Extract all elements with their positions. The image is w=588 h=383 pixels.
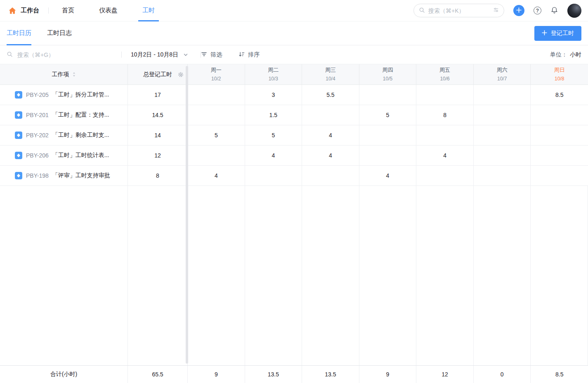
total-hours-cell: 17 bbox=[128, 85, 188, 105]
nav-item-worktime[interactable]: 工时 bbox=[138, 0, 159, 21]
day-cell[interactable] bbox=[302, 105, 359, 125]
workspace-switcher[interactable]: 工作台 bbox=[8, 7, 39, 15]
table-row[interactable]: PBY-202 「工时」剩余工时支... 14 5 5 4 bbox=[0, 125, 588, 146]
sort-arrows-icon bbox=[72, 72, 76, 77]
day-cell[interactable]: 4 bbox=[245, 146, 302, 165]
nav-item-home[interactable]: 首页 bbox=[58, 0, 78, 21]
create-button[interactable] bbox=[513, 5, 524, 16]
day-cell[interactable] bbox=[474, 85, 531, 105]
day-cell[interactable] bbox=[245, 166, 302, 186]
frozen-pane-scrollbar[interactable] bbox=[186, 66, 188, 364]
tab-worktime-calendar[interactable]: 工时日历 bbox=[7, 21, 31, 45]
work-item-icon bbox=[15, 91, 22, 99]
column-header-tuesday[interactable]: 周二10/3 bbox=[245, 64, 302, 85]
footer-total: 65.5 bbox=[128, 366, 188, 383]
work-item-icon bbox=[15, 132, 22, 139]
table-header-row: 工作项 总登记工时 周一10/2 周二10/3 周三10/4 周四10/5 周五… bbox=[0, 64, 588, 85]
global-search-field[interactable] bbox=[428, 7, 490, 14]
avatar[interactable] bbox=[567, 4, 581, 18]
table-search-field[interactable] bbox=[17, 52, 121, 58]
chevron-down-icon bbox=[183, 52, 188, 57]
total-hours-cell: 14.5 bbox=[128, 105, 188, 125]
total-hours-cell: 14 bbox=[128, 125, 188, 145]
global-search-input[interactable] bbox=[413, 4, 504, 17]
app-window: 工作台 首页 仪表盘 工时 ? bbox=[0, 0, 588, 383]
day-cell[interactable] bbox=[188, 105, 245, 125]
work-item-cell[interactable]: PBY-202 「工时」剩余工时支... bbox=[0, 125, 128, 145]
table-search-input[interactable] bbox=[7, 51, 121, 59]
search-icon bbox=[419, 7, 425, 14]
day-cell[interactable] bbox=[531, 166, 588, 186]
unit-value[interactable]: 小时 bbox=[570, 51, 581, 59]
work-item-cell[interactable]: PBY-206 「工时」工时统计表... bbox=[0, 146, 128, 165]
work-item-title: 「工时」拆分工时管... bbox=[52, 91, 109, 99]
footer-day-total: 0 bbox=[474, 366, 531, 383]
day-cell[interactable] bbox=[359, 85, 417, 105]
work-item-cell[interactable]: PBY-201 「工时」配置：支持... bbox=[0, 105, 128, 125]
plus-icon bbox=[516, 7, 522, 14]
tab-worktime-log[interactable]: 工时日志 bbox=[47, 21, 72, 45]
day-cell[interactable] bbox=[416, 85, 474, 105]
day-cell[interactable] bbox=[474, 146, 531, 165]
day-cell[interactable]: 5 bbox=[245, 125, 302, 145]
workspace-label: 工作台 bbox=[21, 7, 39, 14]
day-cell[interactable] bbox=[416, 125, 474, 145]
column-header-sunday-today[interactable]: 周日10/8 bbox=[531, 64, 588, 85]
day-cell[interactable] bbox=[359, 146, 417, 165]
sort-button[interactable]: 排序 bbox=[239, 51, 260, 59]
day-cell[interactable]: 4 bbox=[302, 125, 359, 145]
day-cell[interactable] bbox=[474, 105, 531, 125]
day-cell[interactable] bbox=[474, 125, 531, 145]
day-cell[interactable] bbox=[531, 146, 588, 165]
date-range-picker[interactable]: 10月2日 - 10月8日 bbox=[131, 51, 188, 59]
day-cell[interactable]: 8 bbox=[416, 105, 474, 125]
day-cell[interactable] bbox=[416, 166, 474, 186]
column-header-wednesday[interactable]: 周三10/4 bbox=[302, 64, 359, 85]
day-cell[interactable]: 4 bbox=[302, 146, 359, 165]
table-row[interactable]: PBY-198 「评审」工时支持审批 8 4 4 bbox=[0, 166, 588, 186]
day-cell[interactable]: 3 bbox=[245, 85, 302, 105]
column-header-workitem[interactable]: 工作项 bbox=[0, 64, 128, 85]
day-cell[interactable]: 5 bbox=[359, 105, 417, 125]
day-cell[interactable] bbox=[531, 125, 588, 145]
notifications-button[interactable] bbox=[550, 6, 558, 15]
column-settings-icon[interactable] bbox=[177, 71, 184, 78]
day-cell[interactable]: 5.5 bbox=[302, 85, 359, 105]
day-cell[interactable]: 4 bbox=[359, 166, 417, 186]
day-cell[interactable]: 1.5 bbox=[245, 105, 302, 125]
column-header-thursday[interactable]: 周四10/5 bbox=[359, 64, 417, 85]
day-cell[interactable]: 5 bbox=[188, 125, 245, 145]
day-cell[interactable]: 8.5 bbox=[531, 85, 588, 105]
day-cell[interactable]: 4 bbox=[416, 146, 474, 165]
day-cell[interactable] bbox=[188, 146, 245, 165]
work-item-key: PBY-201 bbox=[26, 112, 49, 118]
table-empty-area bbox=[0, 186, 588, 365]
column-header-saturday[interactable]: 周六10/7 bbox=[474, 64, 531, 85]
unit-label: 单位： bbox=[550, 51, 567, 59]
work-item-cell[interactable]: PBY-198 「评审」工时支持审批 bbox=[0, 166, 128, 186]
nav-item-dashboard[interactable]: 仪表盘 bbox=[95, 0, 122, 21]
day-cell[interactable] bbox=[359, 125, 417, 145]
register-hours-button[interactable]: 登记工时 bbox=[534, 26, 581, 41]
home-icon bbox=[8, 7, 17, 15]
topbar-right-cluster: ? bbox=[413, 4, 581, 18]
work-item-cell[interactable]: PBY-205 「工时」拆分工时管... bbox=[0, 85, 128, 105]
filter-button[interactable]: 筛选 bbox=[201, 51, 222, 59]
table-toolbar: 10月2日 - 10月8日 筛选 排序 单位： 小时 bbox=[0, 45, 588, 64]
table-footer-row: 合计(小时) 65.5 9 13.5 13.5 9 12 0 8.5 bbox=[0, 365, 588, 383]
footer-day-total: 13.5 bbox=[245, 366, 302, 383]
day-cell[interactable] bbox=[474, 166, 531, 186]
column-header-friday[interactable]: 周五10/6 bbox=[416, 64, 474, 85]
column-header-total[interactable]: 总登记工时 bbox=[128, 64, 188, 85]
table-row[interactable]: PBY-201 「工时」配置：支持... 14.5 1.5 5 8 bbox=[0, 105, 588, 125]
help-button[interactable]: ? bbox=[534, 7, 541, 14]
search-options-icon[interactable] bbox=[493, 7, 499, 14]
day-cell[interactable] bbox=[302, 166, 359, 186]
work-item-key: PBY-202 bbox=[26, 132, 49, 139]
table-row[interactable]: PBY-205 「工时」拆分工时管... 17 3 5.5 8.5 bbox=[0, 85, 588, 105]
day-cell[interactable]: 4 bbox=[188, 166, 245, 186]
column-header-monday[interactable]: 周一10/2 bbox=[188, 64, 245, 85]
day-cell[interactable] bbox=[188, 85, 245, 105]
table-row[interactable]: PBY-206 「工时」工时统计表... 12 4 4 4 bbox=[0, 146, 588, 166]
day-cell[interactable] bbox=[531, 105, 588, 125]
